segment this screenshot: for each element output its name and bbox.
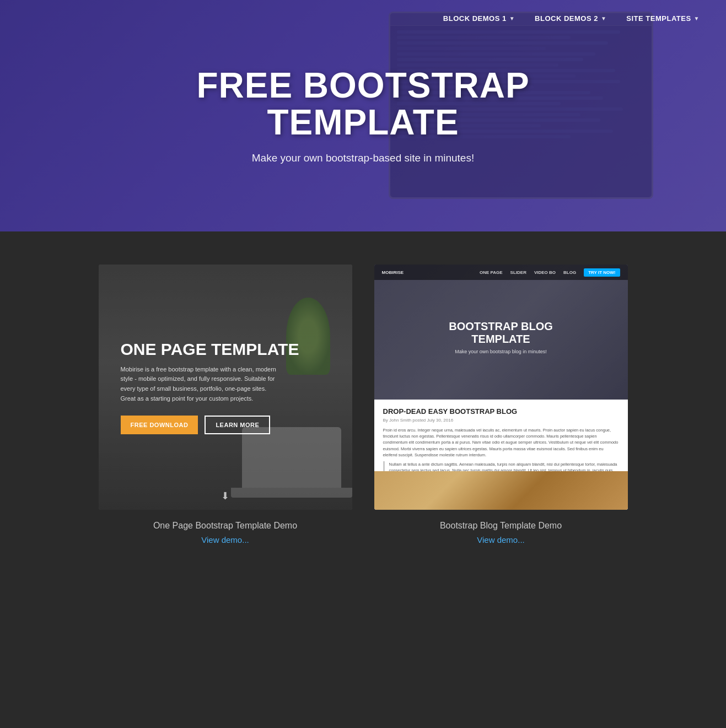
card-one-page-preview-title: ONE PAGE TEMPLATE: [121, 340, 330, 358]
scroll-down-icon: ⬇: [221, 490, 229, 502]
card-one-page-buttons: FREE DOWNLOAD LEARN MORE: [121, 416, 330, 434]
card-blog-caption-title: Bootstrap Blog Template Demo: [374, 521, 628, 531]
nav-block-demos-2-label: BLOCK DEMOS 2: [535, 14, 598, 23]
card-blog-nav-one-page: ONE PAGE: [480, 270, 503, 275]
card-blog-food-decoration: [374, 471, 628, 510]
cards-section: ONE PAGE TEMPLATE Mobirise is a free boo…: [0, 231, 726, 578]
card-blog-body-meta: By John Smith posted July 30, 2016: [383, 418, 619, 423]
card-one-page-preview-desc: Mobirise is a free bootstrap template wi…: [121, 365, 281, 403]
card-blog-nav-video: VIDEO BO: [534, 270, 556, 275]
card-blog-caption: Bootstrap Blog Template Demo View demo..…: [374, 510, 628, 545]
nav-block-demos-1[interactable]: BLOCK DEMOS 1 ▼: [433, 10, 525, 27]
card-blog-nav-logo: MOBIRISE: [382, 270, 404, 275]
nav-block-demos-1-label: BLOCK DEMOS 1: [443, 14, 507, 23]
card-one-page: ONE PAGE TEMPLATE Mobirise is a free boo…: [99, 265, 352, 545]
card-blog-preview: MOBIRISE ONE PAGE SLIDER VIDEO BO BLOG T…: [374, 265, 628, 510]
card-blog-body-title: DROP-DEAD EASY BOOTSTRAP BLOG: [383, 407, 619, 416]
card-blog-nav-slider: SLIDER: [510, 270, 526, 275]
card-blog-demo-link[interactable]: View demo...: [477, 535, 524, 544]
card-blog-nav-cta[interactable]: Try It Now!: [584, 268, 620, 277]
card-blog: MOBIRISE ONE PAGE SLIDER VIDEO BO BLOG T…: [374, 265, 628, 545]
hero-content: FREE BOOTSTRAPTEMPLATE Make your own boo…: [196, 67, 529, 164]
chevron-down-icon: ▼: [601, 15, 606, 21]
card-one-page-preview: ONE PAGE TEMPLATE Mobirise is a free boo…: [99, 265, 352, 510]
hero-subtitle: Make your own bootstrap-based site in mi…: [196, 152, 529, 164]
card-blog-body-para1: Proin id eros arcu. Integer neque urna, …: [383, 427, 619, 458]
card-blog-hero: MOBIRISE ONE PAGE SLIDER VIDEO BO BLOG T…: [374, 265, 628, 400]
card-blog-navbar: MOBIRISE ONE PAGE SLIDER VIDEO BO BLOG T…: [374, 265, 628, 280]
card-blog-preview-title: BOOTSTRAP BLOGTEMPLATE: [449, 320, 553, 346]
card-blog-image: MOBIRISE ONE PAGE SLIDER VIDEO BO BLOG T…: [374, 265, 628, 510]
free-download-button[interactable]: FREE DOWNLOAD: [121, 416, 198, 434]
card-one-page-demo-link[interactable]: View demo...: [201, 535, 249, 544]
nav-site-templates-label: SITE TEMPLATES: [626, 14, 691, 23]
card-one-page-caption-title: One Page Bootstrap Template Demo: [99, 521, 352, 531]
chevron-down-icon: ▼: [509, 15, 515, 21]
laptop-decoration: [242, 427, 341, 488]
card-blog-nav-blog: BLOG: [563, 270, 576, 275]
chevron-down-icon: ▼: [694, 15, 700, 21]
hero-title: FREE BOOTSTRAPTEMPLATE: [196, 67, 529, 141]
card-one-page-content: ONE PAGE TEMPLATE Mobirise is a free boo…: [121, 340, 330, 434]
nav-site-templates[interactable]: SITE TEMPLATES ▼: [616, 10, 709, 27]
learn-more-button[interactable]: LEARN MORE: [205, 416, 270, 434]
card-one-page-caption: One Page Bootstrap Template Demo View de…: [99, 510, 352, 545]
nav-block-demos-2[interactable]: BLOCK DEMOS 2 ▼: [525, 10, 616, 27]
main-nav: BLOCK DEMOS 1 ▼ BLOCK DEMOS 2 ▼ SITE TEM…: [417, 0, 726, 37]
card-blog-preview-subtitle: Make your own bootstrap blog in minutes!: [455, 349, 547, 354]
card-one-page-image: ONE PAGE TEMPLATE Mobirise is a free boo…: [99, 265, 352, 510]
